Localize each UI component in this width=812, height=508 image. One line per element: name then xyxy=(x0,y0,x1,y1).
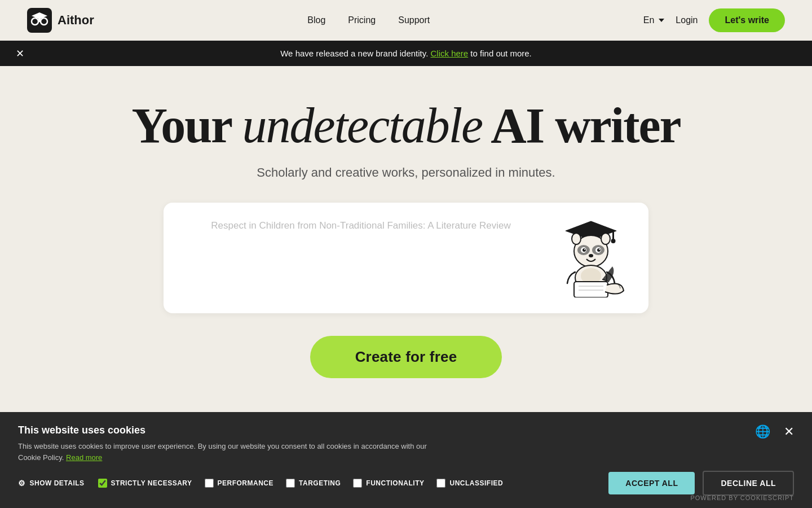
read-more-link[interactable]: Read more xyxy=(66,453,102,462)
show-details-button[interactable]: ⚙ SHOW DETAILS xyxy=(18,479,85,488)
login-button[interactable]: Login xyxy=(676,15,698,25)
cookie-icons: 🌐 ✕ xyxy=(751,424,794,439)
checkbox-unclassified[interactable]: UNCLASSIFIED xyxy=(436,479,503,488)
announcement-text: We have released a new brand identity. C… xyxy=(280,49,532,58)
globe-icon[interactable]: 🌐 xyxy=(755,424,770,439)
hero-title: Your undetectable AI writer xyxy=(131,100,680,152)
logo-icon xyxy=(27,8,52,33)
svg-point-15 xyxy=(597,248,601,252)
strictly-necessary-checkbox[interactable] xyxy=(98,479,107,488)
performance-checkbox[interactable] xyxy=(205,479,214,488)
svg-point-19 xyxy=(572,233,581,244)
checkbox-performance[interactable]: PERFORMANCE xyxy=(205,479,274,488)
cookie-content: This website uses cookies This website u… xyxy=(18,424,447,463)
create-for-free-button[interactable]: Create for free xyxy=(310,336,502,378)
lets-write-button[interactable]: Let's write xyxy=(709,8,785,32)
hero-subtitle: Scholarly and creative works, personaliz… xyxy=(257,165,555,180)
svg-rect-5 xyxy=(38,19,41,22)
checkbox-targeting[interactable]: TARGETING xyxy=(286,479,341,488)
unclassified-checkbox[interactable] xyxy=(436,479,445,488)
cookie-description: This website uses cookies to improve use… xyxy=(18,441,447,463)
input-placeholder-text: Respect in Children from Non-Traditional… xyxy=(182,218,551,233)
gear-icon: ⚙ xyxy=(18,479,26,488)
targeting-checkbox[interactable] xyxy=(286,479,295,488)
accept-all-button[interactable]: ACCEPT ALL xyxy=(608,472,695,494)
cookie-checkboxes: STRICTLY NECESSARY PERFORMANCE TARGETING… xyxy=(98,479,504,488)
hero-section: Your undetectable AI writer Scholarly an… xyxy=(0,66,812,401)
logo[interactable]: Aithor xyxy=(27,8,94,33)
svg-point-18 xyxy=(589,254,593,257)
powered-by-text: POWERED BY COOKIESCRIPT xyxy=(690,494,794,501)
close-icon[interactable]: ✕ xyxy=(16,47,24,60)
nav-links: Blog Pricing Support xyxy=(307,15,430,25)
svg-rect-23 xyxy=(574,282,608,297)
functionality-checkbox[interactable] xyxy=(353,479,362,488)
nav-link-support[interactable]: Support xyxy=(398,15,430,25)
logo-text: Aithor xyxy=(58,13,94,28)
cookie-top: This website uses cookies This website u… xyxy=(18,424,794,463)
nav-link-blog[interactable]: Blog xyxy=(307,15,325,25)
announcement-link[interactable]: Click here xyxy=(431,49,469,58)
language-selector[interactable]: En xyxy=(643,15,665,25)
cookie-buttons: ACCEPT ALL DECLINE ALL xyxy=(608,471,794,496)
announcement-bar: ✕ We have released a new brand identity.… xyxy=(0,41,812,66)
nav-link-pricing[interactable]: Pricing xyxy=(348,15,376,25)
checkbox-functionality[interactable]: FUNCTIONALITY xyxy=(353,479,424,488)
mascot-icon xyxy=(551,218,630,297)
cookie-bottom: ⚙ SHOW DETAILS STRICTLY NECESSARY PERFOR… xyxy=(18,471,794,496)
decline-all-button[interactable]: DECLINE ALL xyxy=(703,471,794,496)
svg-point-8 xyxy=(611,239,616,243)
chevron-down-icon xyxy=(659,19,664,22)
svg-point-16 xyxy=(584,249,585,250)
topic-input-box[interactable]: Respect in Children from Non-Traditional… xyxy=(164,203,648,313)
svg-point-14 xyxy=(582,248,586,252)
nav-right: En Login Let's write xyxy=(643,8,785,32)
navbar: Aithor Blog Pricing Support En Login Let… xyxy=(0,0,812,41)
svg-point-20 xyxy=(601,233,610,244)
cookie-banner: This website uses cookies This website u… xyxy=(0,412,812,508)
cookie-close-icon[interactable]: ✕ xyxy=(784,424,794,439)
checkbox-strictly-necessary[interactable]: STRICTLY NECESSARY xyxy=(98,479,192,488)
cookie-title: This website uses cookies xyxy=(18,424,447,436)
mascot-area xyxy=(551,218,630,297)
cookie-bottom-left: ⚙ SHOW DETAILS STRICTLY NECESSARY PERFOR… xyxy=(18,479,503,488)
svg-point-17 xyxy=(599,249,600,250)
